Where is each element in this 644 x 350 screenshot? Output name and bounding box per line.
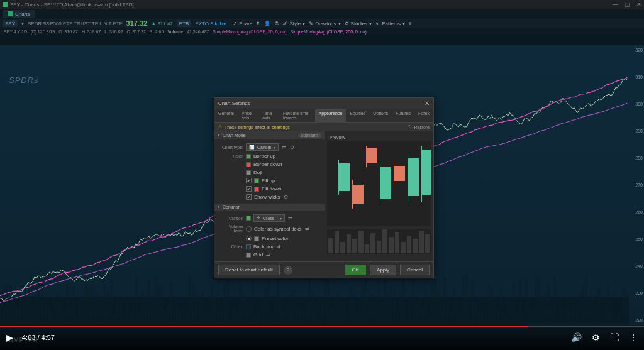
bg-swatch[interactable] (246, 244, 251, 249)
svg-rect-69 (214, 296, 216, 325)
preset-radio[interactable] (246, 236, 252, 241)
doji-swatch[interactable] (246, 170, 251, 175)
style-button[interactable]: 🖉 Style ▾ (282, 21, 305, 26)
tabbar: Charts (0, 9, 644, 19)
cursor-select[interactable]: ✛ Cross (253, 214, 285, 222)
share-button[interactable]: ↗ Share (233, 21, 252, 26)
dialog-tab-appearance[interactable]: Appearance (315, 109, 347, 122)
overflow-icon[interactable]: ≡ (409, 21, 412, 26)
svg-rect-112 (349, 286, 352, 325)
svg-rect-164 (513, 283, 515, 325)
dialog-tab-favorite-time-frames[interactable]: Favorite time frames (279, 109, 315, 122)
expand-icon[interactable]: ▾ (21, 21, 24, 26)
wicks-settings-icon[interactable]: ⚙ (283, 194, 289, 200)
dialog-tab-price-axis[interactable]: Price axis (238, 109, 258, 122)
apply-button[interactable]: Apply (370, 265, 396, 275)
svg-rect-97 (302, 309, 304, 325)
border-up-swatch[interactable] (246, 154, 251, 159)
settings-gear-icon[interactable]: ⚙ (592, 332, 600, 342)
dialog-tab-time-axis[interactable]: Time axis (258, 109, 279, 122)
svg-rect-78 (242, 294, 245, 325)
svg-rect-59 (182, 307, 185, 325)
warning-banner: These settings affect all chartings Rest… (214, 123, 433, 131)
svg-rect-17 (50, 310, 53, 325)
preset-swatch[interactable] (254, 236, 259, 241)
fillup-swatch[interactable] (254, 178, 259, 183)
sma-50[interactable]: SimpleMovingAvg (CLOSE, 50, 0, no) (213, 30, 286, 34)
preset-label: Preset color (262, 236, 289, 241)
svg-rect-195 (610, 297, 613, 325)
cursor-link-icon[interactable]: ⇄ (287, 216, 293, 221)
svg-rect-115 (358, 300, 361, 325)
chart-type-select[interactable]: 📊 Candle (246, 143, 279, 151)
ohlc-r: R: 2.65 (150, 30, 164, 34)
svg-rect-185 (579, 293, 581, 325)
svg-rect-62 (192, 285, 194, 325)
svg-rect-198 (619, 310, 622, 325)
dialog-close-icon[interactable]: ✕ (425, 100, 430, 107)
common-header[interactable]: Common (214, 204, 325, 211)
maximize-button[interactable]: ▢ (625, 1, 630, 8)
exto-eligible: EXTO Eligible (195, 21, 226, 26)
settings-icon[interactable]: ⚙ (289, 145, 295, 150)
drawings-button[interactable]: ✎ Drawings ▾ (309, 21, 340, 26)
dialog-tab-forex[interactable]: Forex (414, 109, 433, 122)
volbars-link-icon[interactable]: ⇄ (304, 226, 310, 232)
user-icon[interactable]: 👤 (264, 21, 270, 26)
link-icon[interactable]: ⇄ (281, 145, 287, 150)
standard-tab[interactable]: Standard (298, 133, 321, 138)
svg-rect-3 (6, 283, 9, 325)
border-down-swatch[interactable] (246, 162, 251, 167)
ohlc-c: C: 317.32 (126, 30, 145, 34)
volume-icon[interactable]: 🔊 (571, 332, 582, 342)
svg-rect-86 (267, 278, 270, 325)
svg-rect-129 (402, 280, 405, 325)
filldown-check[interactable] (246, 186, 252, 192)
tab-label: Charts (15, 11, 30, 17)
svg-rect-72 (223, 285, 226, 325)
dialog-tab-options[interactable]: Options (369, 109, 392, 122)
cursor-swatch[interactable] (246, 216, 251, 221)
svg-rect-167 (522, 312, 525, 325)
dialog-tab-general[interactable]: General (214, 109, 238, 122)
svg-rect-56 (173, 298, 175, 325)
reset-button[interactable]: Reset to chart default (218, 265, 280, 275)
chart-mode-header[interactable]: Chart Mode Standard (214, 131, 325, 139)
color-ticks-radio[interactable] (246, 226, 252, 232)
studies-button[interactable]: ⚙ Studies ▾ (345, 21, 372, 26)
svg-rect-186 (582, 285, 584, 325)
ok-button[interactable]: OK (345, 265, 367, 275)
grid-link-icon[interactable]: ⇄ (265, 252, 271, 258)
dialog-tab-futures[interactable]: Futures (392, 109, 414, 122)
tab-charts[interactable]: Charts (3, 10, 35, 18)
svg-rect-103 (321, 299, 323, 325)
close-button[interactable]: ✕ (636, 1, 641, 8)
upload-icon[interactable]: ⬆ (256, 21, 260, 26)
svg-rect-88 (274, 294, 276, 325)
svg-rect-154 (481, 312, 484, 325)
cancel-button[interactable]: Cancel (400, 265, 430, 275)
svg-rect-181 (566, 298, 569, 325)
svg-rect-39 (119, 299, 122, 325)
svg-rect-2 (3, 283, 6, 325)
wicks-check[interactable] (246, 194, 252, 200)
help-icon[interactable]: ? (284, 266, 292, 275)
symbol-input[interactable]: SPY (3, 20, 18, 27)
beaker-icon[interactable]: ⚗ (274, 21, 279, 26)
fillup-check[interactable] (246, 178, 252, 183)
restore-button[interactable]: Restore (408, 124, 430, 129)
fullscreen-icon[interactable]: ⛶ (610, 332, 619, 342)
grid-swatch[interactable] (246, 253, 251, 258)
svg-rect-15 (44, 302, 47, 325)
dialog-titlebar[interactable]: Chart Settings ✕ (214, 98, 433, 109)
svg-rect-144 (450, 310, 452, 325)
more-icon[interactable]: ⋮ (629, 332, 638, 342)
patterns-button[interactable]: ∿ Patterns ▾ (375, 21, 405, 26)
minimize-button[interactable]: — (613, 1, 618, 8)
dialog-title: Chart Settings (218, 101, 250, 106)
svg-rect-137 (428, 313, 430, 325)
filldown-swatch[interactable] (254, 187, 259, 192)
dialog-tab-equities[interactable]: Equities (346, 109, 369, 122)
ohlc-row: SPY 4 Y 1D [D] 12/13/19 O: 316.87 H: 318… (0, 28, 644, 35)
sma-200[interactable]: SimpleMovingAvg (CLOSE, 200, 0, no) (291, 30, 367, 34)
